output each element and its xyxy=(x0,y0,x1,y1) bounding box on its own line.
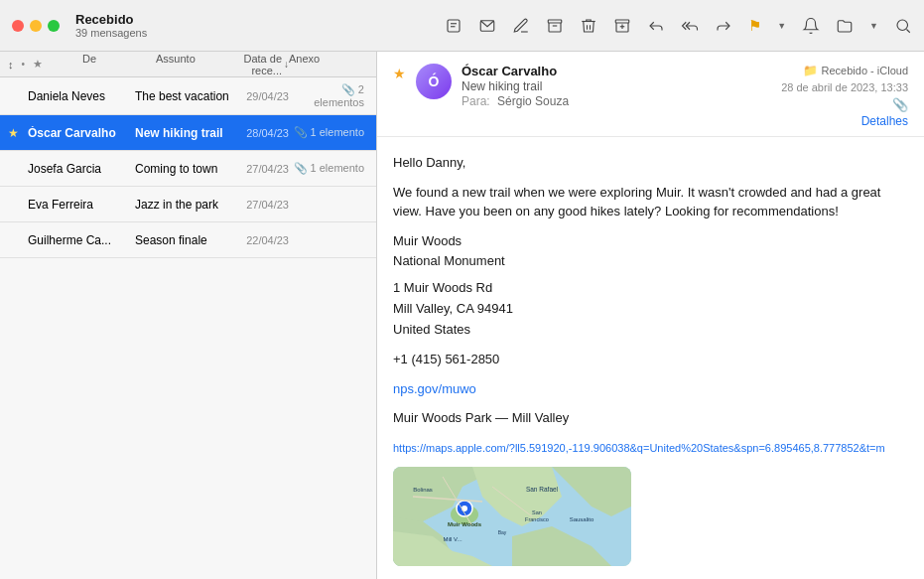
link1-anchor[interactable]: nps.gov/muwo xyxy=(393,381,476,396)
svg-rect-6 xyxy=(615,20,629,23)
email-rows: ★Daniela NevesThe best vacation29/04/23📎… xyxy=(0,77,376,579)
svg-text:Bolinas: Bolinas xyxy=(413,487,433,493)
bell-icon[interactable] xyxy=(802,17,820,35)
link1[interactable]: nps.gov/muwo xyxy=(393,379,908,399)
email-date: 22/04/23 xyxy=(229,234,289,246)
email-row[interactable]: ★Josefa GarciaComing to town27/04/23📎 1 … xyxy=(0,151,376,187)
forward-icon[interactable] xyxy=(715,17,732,35)
reply-icon[interactable] xyxy=(647,17,665,35)
svg-point-9 xyxy=(897,20,908,31)
email-attach: 📎 2 elementos xyxy=(289,83,368,108)
svg-rect-0 xyxy=(448,20,460,32)
email-date: 29/04/23 xyxy=(229,90,289,102)
email-from: Eva Ferreira xyxy=(28,198,127,212)
col-from-header: De xyxy=(47,53,156,76)
address-line4: 1 Muir Woods Rd xyxy=(393,278,908,299)
svg-text:Bay: Bay xyxy=(498,529,507,535)
sort-icon[interactable]: ↕ xyxy=(8,59,14,71)
map-link-anchor[interactable]: https://maps.apple.com/?ll5.591920,-119.… xyxy=(393,442,885,454)
map-container[interactable]: Muir Woods Bolinas Mill V... San Rafael … xyxy=(393,467,631,566)
archive-icon[interactable] xyxy=(546,17,564,35)
email-attach: 📎 1 elemento xyxy=(289,162,368,175)
email-subject: New hiking trail xyxy=(135,126,229,140)
svg-text:San Rafael: San Rafael xyxy=(526,486,559,493)
flag-icon[interactable]: ⚑ xyxy=(748,17,761,35)
details-button[interactable]: Detalhes xyxy=(861,114,908,128)
star-icon[interactable]: ★ xyxy=(8,198,24,212)
email-date: 27/04/23 xyxy=(229,163,289,175)
note-icon[interactable] xyxy=(445,17,462,35)
svg-line-10 xyxy=(906,29,909,32)
close-button[interactable] xyxy=(12,20,24,32)
email-subject: The best vacation xyxy=(135,89,229,103)
email-row[interactable]: ★Daniela NevesThe best vacation29/04/23📎… xyxy=(0,77,376,115)
map-svg: Muir Woods Bolinas Mill V... San Rafael … xyxy=(393,467,631,566)
email-row[interactable]: ★Eva FerreiraJazz in the park27/04/23 xyxy=(0,187,376,222)
reply-all-icon[interactable] xyxy=(681,17,699,35)
detail-to-line: Para: Sérgio Souza xyxy=(462,94,771,108)
email-row[interactable]: ★Guilherme Ca...Season finale22/04/23 xyxy=(0,222,376,258)
email-from: Josefa Garcia xyxy=(28,162,127,176)
email-subject: Coming to town xyxy=(135,162,229,176)
phone: +1 (415) 561-2850 xyxy=(393,350,908,369)
map-label: Muir Woods Park — Mill Valley xyxy=(393,408,908,428)
search-icon[interactable] xyxy=(894,17,912,35)
folder-chevron-icon[interactable]: ▼ xyxy=(869,21,878,31)
col-date-header[interactable]: Data de rece... ↓ xyxy=(219,53,289,76)
detail-to-name: Sérgio Souza xyxy=(497,94,569,108)
svg-rect-4 xyxy=(548,20,562,23)
detail-sender-name: Óscar Carvalho xyxy=(462,64,771,78)
folder-icon[interactable] xyxy=(836,17,854,35)
mailbox-folder-icon: 📁 xyxy=(803,64,818,77)
detail-sender-info: Óscar Carvalho New hiking trail Para: Sé… xyxy=(462,64,771,108)
email-attach: 📎 1 elemento xyxy=(289,126,368,139)
address-line1: Muir Woods xyxy=(393,231,908,252)
detail-subject: New hiking trail xyxy=(462,79,771,93)
detail-body: Hello Danny, We found a new trail when w… xyxy=(377,137,924,579)
star-icon[interactable]: ★ xyxy=(8,89,24,103)
traffic-lights xyxy=(12,20,60,32)
star-icon[interactable]: ★ xyxy=(8,126,24,140)
email-row[interactable]: ★Óscar CarvalhoNew hiking trail28/04/23📎… xyxy=(0,115,376,151)
mail-icon[interactable] xyxy=(478,17,496,35)
detail-header: ★ Ó Óscar Carvalho New hiking trail Para… xyxy=(377,52,924,137)
app-info: Recebido 39 mensagens xyxy=(75,12,147,39)
email-from: Guilherme Ca... xyxy=(28,233,127,247)
svg-text:Sausalito: Sausalito xyxy=(570,516,594,522)
maximize-button[interactable] xyxy=(48,20,60,32)
star-icon[interactable]: ★ xyxy=(8,162,24,176)
body-greeting: Hello Danny, xyxy=(393,153,908,173)
titlebar: Recebido 39 mensagens xyxy=(0,0,924,52)
detail-meta: 📁 Recebido - iCloud 28 de abril de 2023,… xyxy=(781,64,908,112)
map-link[interactable]: https://maps.apple.com/?ll5.591920,-119.… xyxy=(393,438,908,458)
email-date: 27/04/23 xyxy=(229,199,289,211)
address-line5: Mill Valley, CA 94941 xyxy=(393,299,908,320)
email-detail-pane: ★ Ó Óscar Carvalho New hiking trail Para… xyxy=(377,52,924,579)
address-line2: National Monument xyxy=(393,251,908,272)
detail-date: 28 de abril de 2023, 13:33 xyxy=(781,81,908,93)
email-date: 28/04/23 xyxy=(229,127,289,139)
email-from: Daniela Neves xyxy=(28,89,127,103)
col-attach-header: Anexo xyxy=(289,53,368,76)
flag-chevron-icon[interactable]: ▼ xyxy=(777,21,786,31)
detail-star-icon[interactable]: ★ xyxy=(393,66,406,81)
body-paragraph: We found a new trail when we were explor… xyxy=(393,183,908,221)
detail-attachment-icon: 📎 xyxy=(892,97,908,112)
main-layout: ↕ • ★ De Assunto Data de rece... ↓ Anexo… xyxy=(0,52,924,579)
app-subtitle: 39 mensagens xyxy=(75,27,147,39)
email-subject: Season finale xyxy=(135,233,229,247)
star-col-icon: ★ xyxy=(33,58,43,71)
junk-icon[interactable] xyxy=(613,17,631,35)
compose-icon[interactable] xyxy=(512,17,530,35)
svg-text:Muir Woods: Muir Woods xyxy=(448,521,482,527)
minimize-button[interactable] xyxy=(30,20,42,32)
email-list-pane: ↕ • ★ De Assunto Data de rece... ↓ Anexo… xyxy=(0,52,377,579)
svg-text:Francisco: Francisco xyxy=(525,516,549,522)
dot-icon: • xyxy=(22,59,26,70)
star-icon[interactable]: ★ xyxy=(8,233,24,247)
toolbar: ⚑ ▼ ▼ xyxy=(445,17,912,35)
trash-icon[interactable] xyxy=(580,17,597,35)
detail-actions: Detalhes xyxy=(393,114,908,128)
app-title: Recebido xyxy=(75,12,147,27)
svg-text:Mill V...: Mill V... xyxy=(443,536,462,542)
